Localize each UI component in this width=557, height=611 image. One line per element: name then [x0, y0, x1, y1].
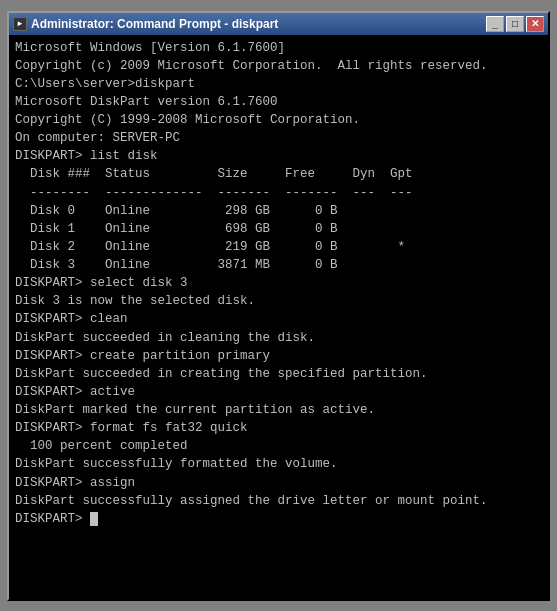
minimize-button[interactable]: _: [486, 16, 504, 32]
terminal-line: DiskPart marked the current partition as…: [15, 401, 542, 419]
terminal-line: DISKPART> active: [15, 383, 542, 401]
terminal-line: DISKPART> list disk: [15, 147, 542, 165]
terminal-line: Copyright (C) 1999-2008 Microsoft Corpor…: [15, 111, 542, 129]
terminal-line: DiskPart succeeded in creating the speci…: [15, 365, 542, 383]
title-bar-buttons: _ □ ✕: [486, 16, 544, 32]
terminal-body: Microsoft Windows [Version 6.1.7600]Copy…: [9, 35, 548, 599]
title-bar-left: ► Administrator: Command Prompt - diskpa…: [13, 17, 278, 31]
cmd-icon: ►: [13, 17, 27, 31]
cursor: [90, 512, 98, 526]
terminal-line: On computer: SERVER-PC: [15, 129, 542, 147]
terminal-line: Disk 0 Online 298 GB 0 B: [15, 202, 542, 220]
terminal-line: 100 percent completed: [15, 437, 542, 455]
terminal-line: Disk 3 is now the selected disk.: [15, 292, 542, 310]
close-button[interactable]: ✕: [526, 16, 544, 32]
terminal-line: Disk 2 Online 219 GB 0 B *: [15, 238, 542, 256]
terminal-line: C:\Users\server>diskpart: [15, 75, 542, 93]
terminal-line: -------- ------------- ------- ------- -…: [15, 184, 542, 202]
terminal-line: DISKPART> select disk 3: [15, 274, 542, 292]
terminal-line: DiskPart succeeded in cleaning the disk.: [15, 329, 542, 347]
terminal-line: DISKPART>: [15, 510, 542, 528]
terminal-line: DISKPART> assign: [15, 474, 542, 492]
command-prompt-window[interactable]: ► Administrator: Command Prompt - diskpa…: [7, 11, 550, 601]
maximize-button[interactable]: □: [506, 16, 524, 32]
terminal-line: Disk ### Status Size Free Dyn Gpt: [15, 165, 542, 183]
terminal-line: DISKPART> clean: [15, 310, 542, 328]
terminal-line: DiskPart successfully formatted the volu…: [15, 455, 542, 473]
terminal-line: Disk 3 Online 3871 MB 0 B: [15, 256, 542, 274]
terminal-line: Copyright (c) 2009 Microsoft Corporation…: [15, 57, 542, 75]
terminal-line: Microsoft Windows [Version 6.1.7600]: [15, 39, 542, 57]
terminal-line: DiskPart successfully assigned the drive…: [15, 492, 542, 510]
terminal-line: DISKPART> format fs fat32 quick: [15, 419, 542, 437]
window-title: Administrator: Command Prompt - diskpart: [31, 17, 278, 31]
terminal-line: Microsoft DiskPart version 6.1.7600: [15, 93, 542, 111]
terminal-line: DISKPART> create partition primary: [15, 347, 542, 365]
title-bar: ► Administrator: Command Prompt - diskpa…: [9, 13, 548, 35]
terminal-line: Disk 1 Online 698 GB 0 B: [15, 220, 542, 238]
